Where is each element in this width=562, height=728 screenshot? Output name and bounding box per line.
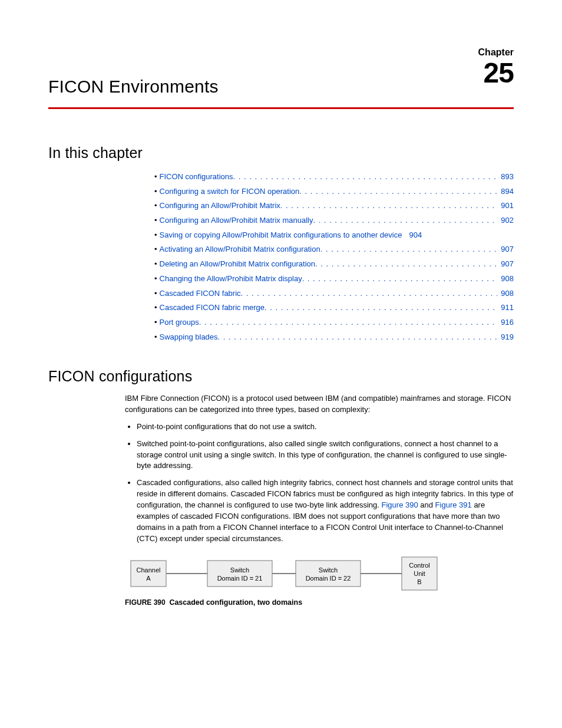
intro-paragraph: IBM Fibre Connection (FICON) is a protoc… [125, 393, 514, 416]
title-rule [48, 107, 514, 109]
leader-dots [313, 213, 497, 228]
figure-title: Cascaded configuration, two domains [169, 598, 302, 607]
svg-text:Channel: Channel [137, 566, 161, 574]
toc-page[interactable]: 907 [497, 257, 514, 272]
figure-390: Channel A Switch Domain ID = 21 Switch D… [125, 556, 514, 608]
toc-page[interactable]: 904 [405, 228, 422, 243]
toc-item[interactable]: •Deleting an Allow/Prohibit Matrix confi… [154, 257, 514, 272]
svg-text:Switch: Switch [230, 566, 249, 574]
figure-label: FIGURE 390 [125, 598, 166, 607]
svg-rect-3 [131, 561, 166, 587]
toc-link[interactable]: Configuring a switch for FICON operation [160, 185, 300, 199]
toc-page[interactable]: 908 [497, 272, 514, 286]
toc-item[interactable]: •Changing the Allow/Prohibit Matrix disp… [154, 272, 514, 286]
toc-page[interactable]: 893 [497, 170, 514, 185]
leader-dots [265, 301, 497, 315]
toc-link[interactable]: Configuring an Allow/Prohibit Matrix man… [160, 213, 313, 228]
page: Chapter 25 FICON Environments In this ch… [0, 0, 562, 652]
svg-text:A: A [146, 575, 151, 582]
leader-dots [218, 330, 498, 345]
toc-page[interactable]: 916 [497, 315, 514, 330]
svg-text:Unit: Unit [414, 570, 425, 577]
bullet-icon: • [154, 228, 157, 243]
toc-item[interactable]: •Activating an Allow/Prohibit Matrix con… [154, 242, 514, 257]
bullet-icon: • [154, 170, 157, 185]
toc-item[interactable]: •Configuring a switch for FICON operatio… [154, 185, 514, 199]
diagram: Channel A Switch Domain ID = 21 Switch D… [125, 556, 455, 591]
figure-ref-391[interactable]: Figure 391 [435, 500, 472, 509]
bullet-icon: • [154, 272, 157, 286]
chapter-number: 25 [478, 59, 514, 87]
chapter-title: FICON Environments [48, 47, 514, 103]
toc-link[interactable]: FICON configurations [160, 170, 233, 185]
toc-item[interactable]: •Configuring an Allow/Prohibit Matrix901 [154, 199, 514, 213]
toc-item[interactable]: •Swapping blades919 [154, 330, 514, 345]
toc-page[interactable]: 907 [497, 242, 514, 257]
toc-page[interactable]: 908 [497, 286, 514, 301]
toc-item[interactable]: •Saving or copying Allow/Prohibit Matrix… [154, 228, 514, 243]
svg-text:B: B [417, 578, 421, 585]
leader-dots [302, 272, 498, 286]
toc-page[interactable]: 919 [497, 330, 514, 345]
toc-link[interactable]: Configuring an Allow/Prohibit Matrix [160, 199, 280, 213]
toc-page[interactable]: 911 [497, 301, 514, 315]
bullet-icon: • [154, 330, 157, 345]
figure-ref-390[interactable]: Figure 390 [382, 500, 418, 509]
bullet-icon: • [154, 199, 157, 213]
toc-page[interactable]: 901 [497, 199, 514, 213]
leader-dots [199, 315, 498, 330]
svg-text:Switch: Switch [319, 566, 338, 574]
toc-link[interactable]: Cascaded FICON fabric [160, 286, 241, 301]
svg-rect-9 [296, 561, 361, 587]
leader-dots [233, 170, 498, 185]
leader-dots [299, 185, 497, 199]
bullet-icon: • [154, 301, 157, 315]
svg-text:Domain ID = 22: Domain ID = 22 [306, 575, 351, 582]
bullet-icon: • [154, 185, 157, 199]
leader-dots [241, 286, 498, 301]
svg-rect-6 [207, 561, 272, 587]
chapter-header: Chapter 25 FICON Environments [48, 47, 514, 103]
text: and [418, 500, 435, 509]
leader-dots [280, 199, 498, 213]
toc-item[interactable]: •Configuring an Allow/Prohibit Matrix ma… [154, 213, 514, 228]
list-item: Point-to-point configurations that do no… [137, 421, 514, 433]
bullet-icon: • [154, 242, 157, 257]
toc-page[interactable]: 894 [497, 185, 514, 199]
toc-heading: In this chapter [48, 144, 514, 162]
svg-text:Control: Control [409, 562, 429, 569]
config-type-list: Point-to-point configurations that do no… [125, 421, 514, 544]
svg-text:Domain ID = 21: Domain ID = 21 [217, 575, 263, 582]
list-item: Switched point-to-point configurations, … [137, 439, 514, 472]
figure-caption: FIGURE 390 Cascaded configuration, two d… [125, 597, 514, 608]
leader-dots [320, 242, 498, 257]
bullet-icon: • [154, 213, 157, 228]
leader-dots [315, 257, 497, 272]
chapter-label: Chapter [478, 47, 514, 58]
list-item: Cascaded configurations, also called hig… [137, 477, 514, 544]
toc-link[interactable]: Saving or copying Allow/Prohibit Matrix … [160, 228, 402, 243]
toc-page[interactable]: 902 [497, 213, 514, 228]
toc-link[interactable]: Deleting an Allow/Prohibit Matrix config… [160, 257, 315, 272]
toc-link[interactable]: Swapping blades [160, 330, 218, 345]
toc: •FICON configurations893•Configuring a s… [48, 170, 514, 344]
toc-link[interactable]: Activating an Allow/Prohibit Matrix conf… [160, 242, 320, 257]
toc-item[interactable]: •FICON configurations893 [154, 170, 514, 185]
toc-item[interactable]: •Cascaded FICON fabric908 [154, 286, 514, 301]
bullet-icon: • [154, 286, 157, 301]
body: IBM Fibre Connection (FICON) is a protoc… [48, 393, 514, 608]
toc-link[interactable]: Port groups [160, 315, 199, 330]
bullet-icon: • [154, 315, 157, 330]
bullet-icon: • [154, 257, 157, 272]
toc-link[interactable]: Cascaded FICON fabric merge [160, 301, 265, 315]
section-heading-ficon-configurations: FICON configurations [48, 368, 514, 385]
toc-item[interactable]: •Port groups916 [154, 315, 514, 330]
toc-link[interactable]: Changing the Allow/Prohibit Matrix displ… [160, 272, 302, 286]
toc-item[interactable]: •Cascaded FICON fabric merge911 [154, 301, 514, 315]
